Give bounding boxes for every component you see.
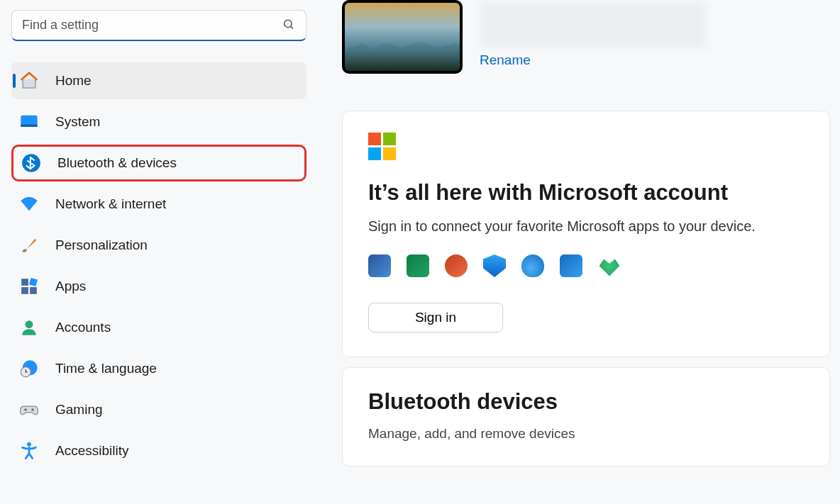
svg-point-9 <box>26 320 33 328</box>
sidebar-item-time[interactable]: Time & language <box>11 350 306 387</box>
ms-card-subtitle: Sign in to connect your favorite Microso… <box>368 218 804 235</box>
globe-clock-icon <box>18 358 40 379</box>
word-icon <box>368 254 391 277</box>
svg-rect-8 <box>30 287 37 294</box>
sidebar-item-label: Home <box>55 73 92 89</box>
sidebar-item-accounts[interactable]: Accounts <box>11 309 306 346</box>
sidebar-item-label: Accounts <box>55 320 111 335</box>
sidebar-item-label: Accessibility <box>55 443 128 459</box>
ms-app-icons <box>368 254 804 277</box>
sidebar-item-label: Personalization <box>55 237 148 253</box>
bt-card-subtitle: Manage, add, and remove devices <box>368 426 804 442</box>
svg-rect-3 <box>21 125 37 128</box>
family-icon <box>598 254 621 277</box>
svg-rect-5 <box>21 279 28 286</box>
sidebar-item-label: Network & internet <box>55 196 166 212</box>
apps-icon <box>18 276 40 297</box>
sidebar-item-label: System <box>55 114 100 130</box>
sidebar-item-label: Gaming <box>55 402 103 418</box>
rename-link[interactable]: Rename <box>480 52 531 67</box>
sidebar-item-bluetooth[interactable]: Bluetooth & devices <box>11 145 306 181</box>
wifi-icon <box>18 194 40 215</box>
device-name-blurred <box>480 1 707 48</box>
sidebar-item-home[interactable]: Home <box>11 62 306 99</box>
svg-rect-6 <box>29 278 38 286</box>
ms-card-title: It’s all here with Microsoft account <box>368 180 804 206</box>
sidebar-item-label: Apps <box>55 279 86 294</box>
person-icon <box>18 317 40 338</box>
microsoft-account-card: It’s all here with Microsoft account Sig… <box>342 111 830 357</box>
sidebar: Home System Bluetooth & devices Network … <box>0 0 318 504</box>
sidebar-item-accessibility[interactable]: Accessibility <box>11 432 306 469</box>
bluetooth-devices-card[interactable]: Bluetooth devices Manage, add, and remov… <box>342 367 830 466</box>
gamepad-icon <box>18 399 40 420</box>
device-header: Rename <box>342 0 830 74</box>
sidebar-item-system[interactable]: System <box>11 103 306 140</box>
home-icon <box>18 70 40 91</box>
svg-point-14 <box>27 442 31 447</box>
excel-icon <box>407 254 429 277</box>
defender-icon <box>483 254 506 277</box>
search-wrap <box>11 10 306 41</box>
accessibility-icon <box>18 440 40 461</box>
sidebar-item-gaming[interactable]: Gaming <box>11 391 306 428</box>
svg-point-12 <box>24 408 27 411</box>
search-input[interactable] <box>11 10 306 41</box>
svg-point-13 <box>31 408 34 411</box>
microsoft-logo-icon <box>368 133 804 160</box>
bluetooth-icon <box>21 152 42 174</box>
sign-in-button[interactable]: Sign in <box>368 303 503 332</box>
paintbrush-icon <box>18 235 40 256</box>
svg-rect-7 <box>21 287 28 294</box>
sidebar-item-apps[interactable]: Apps <box>11 268 306 305</box>
system-icon <box>18 111 40 133</box>
onedrive-icon <box>521 254 544 277</box>
main-content: Rename It’s all here with Microsoft acco… <box>318 0 840 504</box>
nav: Home System Bluetooth & devices Network … <box>11 62 306 469</box>
device-wallpaper-thumb[interactable] <box>342 0 463 74</box>
sidebar-item-network[interactable]: Network & internet <box>11 186 306 223</box>
powerpoint-icon <box>445 254 468 277</box>
outlook-icon <box>560 254 582 277</box>
sidebar-item-label: Bluetooth & devices <box>57 155 177 171</box>
sidebar-item-personalization[interactable]: Personalization <box>11 227 306 264</box>
bt-card-title: Bluetooth devices <box>368 389 804 415</box>
sidebar-item-label: Time & language <box>55 361 157 376</box>
